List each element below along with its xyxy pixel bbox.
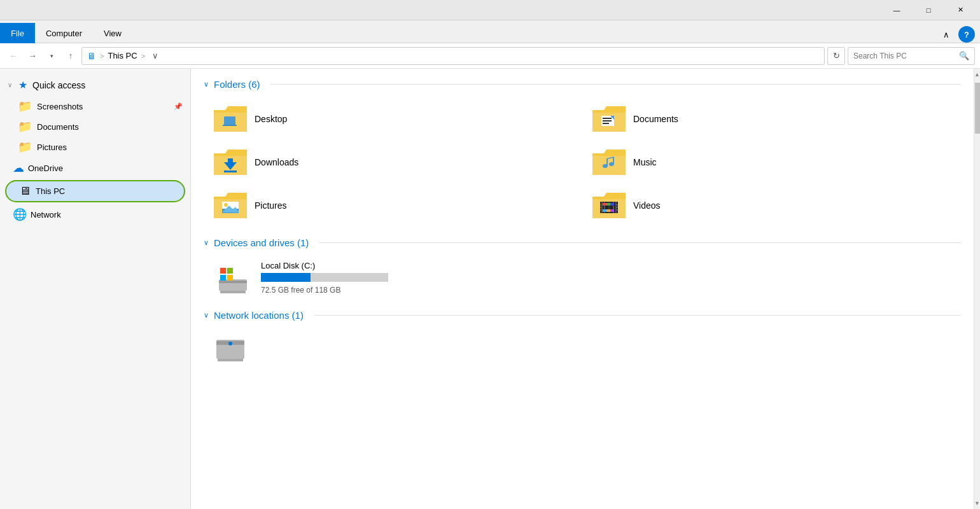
desktop-folder-icon [214, 104, 247, 134]
refresh-button[interactable]: ↻ [827, 47, 845, 65]
network-icon: 🌐 [13, 207, 27, 221]
network-section-header[interactable]: ∨ Network locations (1) [204, 310, 961, 321]
svg-rect-49 [227, 275, 233, 281]
documents-folder-icon-wrapper [592, 104, 626, 134]
network-section-label: Network locations (1) [214, 310, 304, 321]
folder-item-documents[interactable]: Documents [582, 97, 961, 141]
drive-item-c[interactable]: Local Disk (C:) 72.5 GB free of 118 GB [204, 256, 961, 300]
close-button[interactable]: ✕ [946, 1, 975, 19]
back-button[interactable]: ← [5, 48, 22, 64]
sidebar: ∨ ★ Quick access 📁 Screenshots 📌 📁 Docum… [0, 69, 191, 509]
scroll-down-button[interactable]: ▼ [974, 498, 980, 509]
pictures-folder-icon [214, 190, 247, 221]
svg-rect-44 [219, 281, 247, 283]
svg-point-53 [228, 342, 232, 345]
sidebar-item-pictures-label: Pictures [37, 143, 67, 152]
svg-rect-48 [220, 275, 226, 281]
svg-rect-46 [220, 268, 226, 274]
tab-view[interactable]: View [93, 23, 132, 43]
screenshots-folder-icon: 📁 [18, 99, 32, 113]
svg-rect-37 [603, 203, 606, 206]
pictures-folder-icon-wrapper [214, 190, 247, 221]
documents-folder-label: Documents [633, 114, 678, 124]
sidebar-item-documents-label: Documents [37, 122, 79, 132]
svg-rect-47 [227, 268, 233, 274]
sidebar-item-thispc[interactable]: 🖥 This PC [5, 180, 185, 202]
scroll-up-button[interactable]: ▲ [974, 69, 980, 80]
up-button[interactable]: ↑ [62, 48, 79, 64]
quick-access-star-icon: ★ [18, 79, 27, 91]
svg-rect-40 [603, 209, 606, 212]
sidebar-item-documents[interactable]: 📁 Documents [0, 116, 190, 137]
folders-section: ∨ Folders (6) Desktop [204, 79, 961, 227]
devices-section-label: Devices and drives (1) [214, 237, 309, 248]
tab-computer[interactable]: Computer [35, 23, 93, 43]
svg-rect-32 [601, 202, 603, 213]
dropdown-history-button[interactable]: ▾ [43, 48, 60, 64]
quick-access-label: Quick access [32, 80, 85, 90]
scroll-track[interactable] [974, 80, 980, 498]
folders-section-header[interactable]: ∨ Folders (6) [204, 79, 961, 90]
svg-rect-42 [610, 209, 614, 212]
folder-item-desktop[interactable]: Desktop [204, 97, 582, 141]
documents-folder-icon [592, 104, 626, 134]
network-section: ∨ Network locations (1) [204, 310, 961, 372]
folder-item-downloads[interactable]: Downloads [204, 141, 582, 184]
videos-folder-icon [592, 190, 626, 221]
title-bar: — □ ✕ [0, 0, 980, 20]
quick-access-header[interactable]: ∨ ★ Quick access [0, 74, 190, 96]
content-area: ∨ Folders (6) Desktop [191, 69, 974, 509]
svg-rect-41 [606, 209, 610, 212]
folder-item-videos[interactable]: Videos [582, 184, 961, 227]
minimize-button[interactable]: — [882, 1, 911, 19]
folders-chevron-icon: ∨ [204, 80, 209, 88]
tab-file[interactable]: File [0, 23, 35, 43]
downloads-folder-icon [214, 147, 247, 178]
devices-section-header[interactable]: ∨ Devices and drives (1) [204, 237, 961, 248]
sidebar-item-network[interactable]: 🌐 Network [0, 204, 190, 225]
desktop-folder-icon-wrapper [214, 104, 247, 134]
main-layout: ∨ ★ Quick access 📁 Screenshots 📌 📁 Docum… [0, 69, 980, 509]
ribbon-right: ∧ ? [938, 26, 980, 43]
folder-item-pictures[interactable]: Pictures [204, 184, 582, 227]
folder-item-music[interactable]: Music [582, 141, 961, 184]
network-item[interactable] [204, 328, 961, 372]
drive-c-space: 72.5 GB free of 118 GB [261, 286, 388, 295]
svg-rect-14 [224, 171, 237, 172]
svg-rect-7 [603, 118, 612, 119]
thispc-icon: 🖥 [19, 185, 31, 198]
address-path-arrow: > [141, 52, 145, 60]
search-box[interactable]: 🔍 [848, 47, 975, 65]
music-folder-icon-wrapper [592, 147, 626, 178]
sidebar-item-screenshots[interactable]: 📁 Screenshots 📌 [0, 96, 190, 116]
folders-section-line [270, 84, 961, 85]
videos-folder-icon-wrapper [592, 190, 626, 221]
folders-grid: Desktop Do [204, 97, 961, 227]
devices-chevron-icon: ∨ [204, 239, 209, 247]
devices-section: ∨ Devices and drives (1) [204, 237, 961, 300]
scroll-thumb[interactable] [975, 83, 980, 134]
svg-rect-9 [603, 123, 609, 124]
network-item-icon [214, 335, 247, 365]
downloads-folder-icon-wrapper [214, 147, 247, 178]
pictures-folder-icon: 📁 [18, 140, 32, 154]
sidebar-item-pictures[interactable]: 📁 Pictures [0, 137, 190, 157]
sidebar-item-onedrive[interactable]: ☁ OneDrive [0, 157, 190, 179]
drive-c-info: Local Disk (C:) 72.5 GB free of 118 GB [261, 261, 388, 295]
svg-point-21 [224, 203, 228, 207]
svg-rect-33 [615, 202, 617, 213]
desktop-folder-label: Desktop [255, 114, 287, 124]
ribbon-help-button[interactable]: ? [958, 26, 975, 43]
maximize-button[interactable]: □ [914, 1, 943, 19]
ribbon-collapse-button[interactable]: ∧ [938, 26, 955, 43]
address-bar[interactable]: 🖥 > This PC > ∨ [81, 47, 825, 65]
videos-folder-label: Videos [633, 200, 661, 211]
search-input[interactable] [853, 52, 956, 60]
svg-rect-8 [603, 120, 612, 122]
address-path-root: This PC [108, 51, 137, 60]
address-dropdown-button[interactable]: ∨ [149, 47, 162, 65]
forward-button[interactable]: → [24, 48, 41, 64]
address-pc-icon: 🖥 [87, 51, 96, 61]
sidebar-item-screenshots-label: Screenshots [37, 102, 83, 111]
svg-rect-38 [606, 203, 610, 206]
